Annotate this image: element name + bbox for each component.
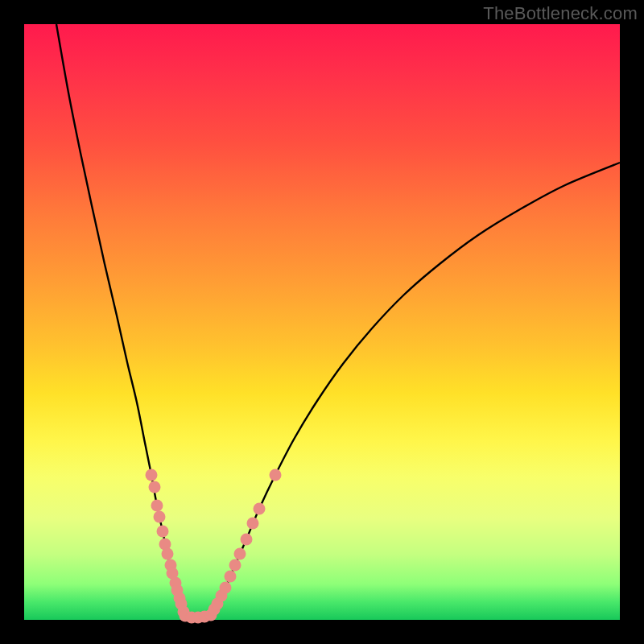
highlight-dot	[220, 582, 232, 594]
bottleneck-curve	[56, 24, 620, 617]
watermark-text: TheBottleneck.com	[483, 3, 638, 24]
highlight-dot	[234, 548, 246, 560]
highlight-dot	[151, 500, 163, 512]
highlight-dots-group	[146, 469, 282, 624]
outer-frame: TheBottleneck.com	[0, 0, 644, 644]
highlight-dot	[270, 469, 282, 481]
highlight-dot	[247, 518, 259, 530]
highlight-dot	[254, 503, 266, 515]
highlight-dot	[157, 526, 169, 538]
plot-area	[24, 24, 620, 620]
curve-layer	[24, 24, 620, 620]
highlight-dot	[162, 548, 174, 560]
highlight-dot	[225, 571, 237, 583]
highlight-dot	[149, 481, 161, 493]
highlight-dot	[241, 534, 253, 546]
highlight-dot	[146, 469, 158, 481]
highlight-dot	[154, 511, 166, 523]
highlight-dot	[229, 559, 242, 572]
